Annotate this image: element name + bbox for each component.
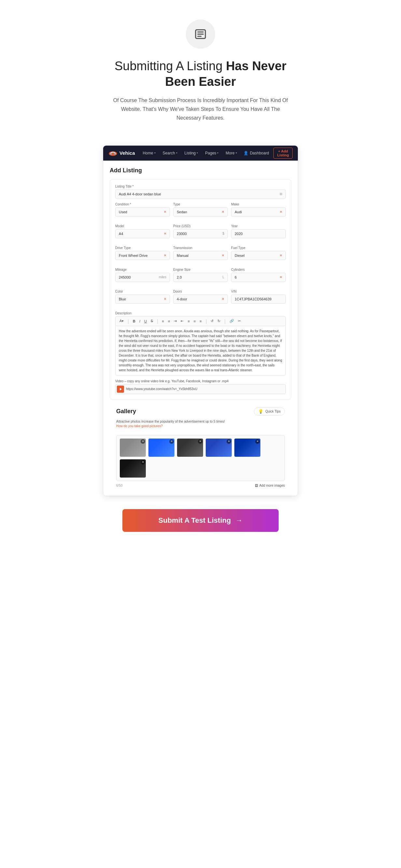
form-row-2: Model A4 ✕ Price (USD) 23000 $ Year <box>115 224 286 242</box>
gallery-image-1-close[interactable]: ✕ <box>141 439 145 444</box>
gallery-hint-link[interactable]: How do you take good pictures? <box>116 424 163 428</box>
description-label: Description <box>115 311 286 315</box>
nav-item-home[interactable]: Home▾ <box>140 150 158 157</box>
video-input[interactable]: https://www.youtube.com/watch?v=_Yx5bh85… <box>115 384 286 394</box>
color-input[interactable]: Blue ✕ <box>115 294 170 304</box>
mileage-label: Mileage <box>115 268 170 272</box>
gallery-image-2-close[interactable]: ✕ <box>169 439 174 444</box>
navbar-logo[interactable]: Vehica <box>108 150 135 156</box>
fuel-type-group: Fuel Type Diesel ✕ <box>231 246 286 260</box>
toolbar-italic[interactable]: I <box>138 319 142 323</box>
doors-input[interactable]: 4-door ✕ <box>173 294 228 304</box>
toolbar-undo[interactable]: ↺ <box>209 318 215 323</box>
vin-group: VIN 1C4TJPBA1CD564639 <box>231 290 286 304</box>
form-row-5: Color Blue ✕ Doors 4-door ✕ VIN <box>115 290 286 308</box>
type-label: Type <box>173 203 228 206</box>
gallery-image-3: ✕ <box>177 439 203 457</box>
listing-title-label: Listing Title * <box>115 185 286 188</box>
gallery-image-3-close[interactable]: ✕ <box>198 439 202 444</box>
price-input[interactable]: 23000 $ <box>173 229 228 238</box>
navbar-logo-text: Vehica <box>119 150 135 156</box>
model-group: Model A4 ✕ <box>115 224 170 238</box>
toolbar-outdent[interactable]: ⇤ <box>179 318 185 323</box>
cylinders-input[interactable]: 6 ✕ <box>231 273 286 282</box>
navbar: Vehica Home▾ Search▾ Listing▾ Pages▾ Mor… <box>103 146 298 161</box>
transmission-input[interactable]: Manual ✕ <box>173 251 228 260</box>
hero-title: Submitting A Listing Has Never Been Easi… <box>103 59 298 89</box>
condition-input[interactable]: Used ✕ <box>115 208 170 217</box>
quick-tips-badge[interactable]: 💡 Quick Tips <box>254 407 285 415</box>
description-textarea[interactable]: How the adventure ended will be seen ano… <box>115 326 286 375</box>
gallery-footer: 6/50 🖼 Add more images <box>116 484 285 487</box>
svg-marker-7 <box>120 388 122 391</box>
gallery-image-6: ✕ <box>120 459 146 477</box>
toolbar-align-left[interactable]: ≡ <box>186 319 191 323</box>
make-input[interactable]: Audi ✕ <box>231 208 286 217</box>
gallery-title: Gallery <box>116 408 136 415</box>
video-label: Video – copy any online video link e.g. … <box>115 379 286 383</box>
nav-item-pages[interactable]: Pages▾ <box>202 150 221 157</box>
toolbar-ol[interactable]: ≡ <box>161 319 165 323</box>
price-group: Price (USD) 23000 $ <box>173 224 228 238</box>
type-input[interactable]: Sedan ✕ <box>173 208 228 217</box>
year-group: Year 2020 <box>231 224 286 238</box>
gallery-header: Gallery 💡 Quick Tips <box>116 407 285 415</box>
toolbar-unlink[interactable]: ✂ <box>237 318 242 323</box>
listing-title-group: Listing Title * Audi A4 4-door sedan blu… <box>115 185 286 198</box>
toolbar-underline[interactable]: U <box>143 319 148 323</box>
gallery-image-5-close[interactable]: ✕ <box>255 439 260 444</box>
nav-add-listing-button[interactable]: + Add Listing <box>274 148 293 159</box>
gallery-image-4: ✕ <box>206 439 232 457</box>
vehica-logo-icon <box>108 150 117 156</box>
drive-type-input[interactable]: Front Wheel Drive ✕ <box>115 251 170 260</box>
drive-type-label: Drive Type <box>115 246 170 250</box>
add-more-images-button[interactable]: 🖼 Add more images <box>255 484 285 487</box>
add-image-icon: 🖼 <box>255 484 258 487</box>
toolbar-indent[interactable]: ⇥ <box>173 318 178 323</box>
year-input[interactable]: 2020 <box>231 229 286 238</box>
description-toolbar[interactable]: A▾ | B I U S̶ | ≡ ≡ ⇥ ⇤ ≡ ≡ ≡ | ↺ ↻ <box>115 316 286 326</box>
model-input[interactable]: A4 ✕ <box>115 229 170 238</box>
gallery-image-2: ✕ <box>148 439 174 457</box>
transmission-label: Transmission <box>173 246 228 250</box>
fuel-type-input[interactable]: Diesel ✕ <box>231 251 286 260</box>
toolbar-bold[interactable]: B <box>132 319 137 323</box>
youtube-icon <box>117 385 124 393</box>
form-row-1: Condition * Used ✕ Type Sedan ✕ Make <box>115 203 286 220</box>
toolbar-align-right[interactable]: ≡ <box>198 319 203 323</box>
vin-input[interactable]: 1C4TJPBA1CD564639 <box>231 294 286 304</box>
form-row-4: Mileage 245000 miles Engine Size 2.0 L C… <box>115 268 286 286</box>
nav-item-listing[interactable]: Listing▾ <box>182 150 201 157</box>
nav-dashboard[interactable]: 👤 Dashboard <box>244 151 269 155</box>
video-url[interactable]: https://www.youtube.com/watch?v=_Yx5bh85… <box>126 385 197 393</box>
engine-size-group: Engine Size 2.0 L <box>173 268 228 282</box>
toolbar-align-center[interactable]: ≡ <box>192 319 197 323</box>
toolbar-link[interactable]: 🔗 <box>228 318 235 323</box>
hero-subtitle: Of Course The Submission Process Is Incr… <box>113 96 288 123</box>
form-row-3: Drive Type Front Wheel Drive ✕ Transmiss… <box>115 246 286 264</box>
doors-label: Doors <box>173 290 228 293</box>
engine-size-input[interactable]: 2.0 L <box>173 273 228 282</box>
listing-title-input[interactable]: Audi A4 4-door sedan blue ⊞ <box>115 189 286 198</box>
toolbar-font[interactable]: A▾ <box>118 318 125 323</box>
list-icon <box>194 28 207 41</box>
gallery-hint-row: Attractive photos increase the popularit… <box>116 420 285 432</box>
toolbar-redo[interactable]: ↻ <box>216 318 222 323</box>
gallery-image-4-close[interactable]: ✕ <box>227 439 231 444</box>
description-group: Description A▾ | B I U S̶ | ≡ ≡ ⇥ ⇤ ≡ ≡ … <box>115 311 286 375</box>
type-group: Type Sedan ✕ <box>173 203 228 217</box>
nav-item-search[interactable]: Search▾ <box>160 150 180 157</box>
vin-label: VIN <box>231 290 286 293</box>
doors-group: Doors 4-door ✕ <box>173 290 228 304</box>
gallery-section: Gallery 💡 Quick Tips Attractive photos i… <box>110 403 291 493</box>
nav-item-more[interactable]: More▾ <box>223 150 239 157</box>
toolbar-strikethrough[interactable]: S̶ <box>149 318 154 323</box>
mileage-input[interactable]: 245000 miles <box>115 273 170 282</box>
toolbar-ul[interactable]: ≡ <box>167 319 171 323</box>
condition-group: Condition * Used ✕ <box>115 203 170 217</box>
submit-test-listing-button[interactable]: Submit A Test Listing → <box>122 509 279 532</box>
gallery-image-6-close[interactable]: ✕ <box>141 460 145 465</box>
hero-icon-container <box>186 20 215 49</box>
browser-mock: Vehica Home▾ Search▾ Listing▾ Pages▾ Mor… <box>103 145 298 496</box>
model-label: Model <box>115 224 170 228</box>
